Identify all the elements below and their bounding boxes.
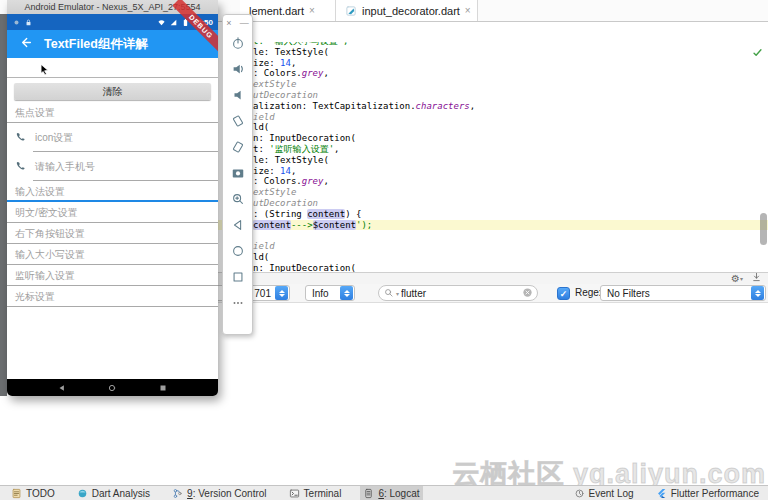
statusbar-item-label: 9: Version Control: [187, 488, 267, 499]
code-line[interactable]: extStyle: [253, 79, 768, 90]
statusbar-item-todo[interactable]: TODO: [8, 486, 58, 500]
code-token: ize:: [253, 166, 280, 176]
statusbar-item-flutter-performance[interactable]: Flutter Performance: [653, 486, 762, 500]
toolbar-close-icon[interactable]: ×: [226, 18, 231, 28]
code-token: ,: [470, 101, 475, 111]
statusbar-item-label: Event Log: [589, 488, 634, 499]
zoom-icon[interactable]: [223, 186, 252, 212]
overview-icon[interactable]: [223, 264, 252, 290]
power-icon[interactable]: [223, 30, 252, 56]
code-line[interactable]: utDecoration: [253, 90, 768, 101]
code-line[interactable]: extStyle: [253, 187, 768, 198]
textfield-list-item[interactable]: 焦点设置: [7, 102, 218, 123]
clear-search-icon[interactable]: [522, 284, 533, 302]
back-icon[interactable]: [223, 212, 252, 238]
textfield-list-item[interactable]: 输入法设置: [7, 181, 218, 202]
filter-selector[interactable]: No Filters: [600, 285, 766, 301]
phone-icon: [15, 158, 27, 176]
tab-label: lement.dart: [249, 5, 304, 17]
nav-home-icon[interactable]: [107, 379, 117, 397]
search-history-arrow-icon[interactable]: ▾: [396, 290, 399, 297]
code-line[interactable]: ize: 14,: [253, 166, 768, 177]
code-line[interactable]: le: TextStyle(: [253, 47, 768, 58]
search-input[interactable]: [401, 288, 520, 299]
logcat-icon: [363, 488, 374, 499]
tab-input-decorator-dart[interactable]: input_decorator.dart ×: [336, 0, 478, 21]
home-icon[interactable]: [223, 238, 252, 264]
statusbar-item-label: 6: Logcat: [378, 488, 419, 499]
tab-close-icon[interactable]: ×: [465, 5, 471, 16]
code-line[interactable]: ld(: [253, 122, 768, 133]
dropdown-stepper-icon: [340, 286, 353, 300]
code-line[interactable]: alization: TextCapitalization.characters…: [253, 101, 768, 112]
statusbar-item-version-control[interactable]: 9: Version Control: [169, 486, 270, 500]
nav-back-icon[interactable]: [57, 379, 67, 397]
volume-up-icon[interactable]: [223, 56, 252, 82]
logcat-search-box[interactable]: ▾: [378, 285, 538, 301]
code-line[interactable]: n: InputDecoration(: [253, 263, 768, 272]
statusbar-item-dart-analysis[interactable]: Dart Analysis: [74, 486, 153, 500]
tab-label: input_decorator.dart: [362, 5, 460, 17]
rotate-left-icon[interactable]: [223, 108, 252, 134]
emulator-toolbar: × —: [222, 14, 253, 335]
textfield-list-item[interactable]: 输入大小写设置: [7, 244, 218, 265]
code-token: content: [253, 220, 291, 230]
statusbar-item-terminal[interactable]: Terminal: [286, 486, 345, 500]
code-line[interactable]: le: TextStyle(: [253, 155, 768, 166]
textfield-list-item[interactable]: 明文/密文设置: [7, 202, 218, 223]
editor-scrollbar[interactable]: [760, 213, 767, 245]
rotate-right-icon[interactable]: [223, 134, 252, 160]
textfield-hint-label: 焦点设置: [15, 106, 55, 120]
code-line[interactable]: : (String content) {: [253, 209, 768, 220]
nav-overview-icon[interactable]: [158, 379, 168, 397]
code-token: : Colors.: [253, 68, 302, 78]
code-token: ld(: [253, 252, 269, 262]
textfield-list-item[interactable]: 右下角按钮设置: [7, 223, 218, 244]
back-arrow-icon[interactable]: [19, 35, 32, 53]
code-line[interactable]: n: InputDecoration(: [253, 133, 768, 144]
volume-down-icon[interactable]: [223, 82, 252, 108]
flutter-icon: [656, 488, 667, 499]
code-token: extStyle: [253, 79, 296, 89]
code-line[interactable]: ield: [253, 112, 768, 123]
textfield-list-item[interactable]: 光标设置: [7, 286, 218, 307]
textfield-list-item[interactable]: 监听输入设置: [7, 265, 218, 286]
statusbar-item-label: Terminal: [304, 488, 342, 499]
toolbar-minimize-icon[interactable]: —: [240, 18, 249, 28]
textfield-underline: [7, 306, 218, 307]
code-line[interactable]: : Colors.grey,: [253, 68, 768, 79]
statusbar-item-event-log[interactable]: Event Log: [571, 486, 637, 500]
code-token: ize:: [253, 58, 280, 68]
statusbar-item-logcat[interactable]: 6: Logcat: [360, 486, 422, 500]
filter-selector-value: No Filters: [601, 288, 751, 299]
code-line[interactable]: utDecoration: [253, 198, 768, 209]
code-line[interactable]: ize: 14,: [253, 58, 768, 69]
code-token: le: TextStyle(: [253, 155, 329, 165]
textfield-hint-label: icon设置: [35, 131, 73, 145]
code-line[interactable]: t: '监听输入设置',: [253, 144, 768, 155]
camera-icon[interactable]: [223, 160, 252, 186]
code-token: ,: [291, 58, 296, 68]
code-line[interactable]: : Colors.grey,: [253, 176, 768, 187]
code-token: ield: [253, 241, 275, 251]
textfield-hint-label: 请输入手机号: [35, 160, 95, 174]
code-token: ld(: [253, 122, 269, 132]
tab-element-dart[interactable]: lement.dart ×: [240, 0, 336, 21]
code-line[interactable]: [253, 230, 768, 241]
code-token: characters: [416, 101, 470, 111]
clear-button[interactable]: 清除: [14, 83, 211, 100]
dart-file-icon: [345, 5, 357, 17]
search-icon: [384, 284, 394, 302]
emulator-window[interactable]: Android Emulator - Nexus_5X_API_27:5554 …: [7, 0, 218, 396]
more-icon[interactable]: [223, 290, 252, 316]
tab-close-icon[interactable]: ×: [309, 5, 315, 16]
textfield-list-item[interactable]: 请输入手机号: [7, 152, 218, 181]
regex-checkbox[interactable]: ✓: [557, 287, 570, 300]
app-bar: TextFiled组件详解: [7, 30, 218, 58]
code-line[interactable]: ield: [253, 241, 768, 252]
android-nav-bar: [7, 379, 218, 396]
textfield-list-item[interactable]: icon设置: [7, 123, 218, 152]
code-token: utDecoration: [253, 198, 318, 208]
code-line[interactable]: ld(: [253, 252, 768, 263]
log-level-selector[interactable]: Info: [305, 285, 355, 301]
